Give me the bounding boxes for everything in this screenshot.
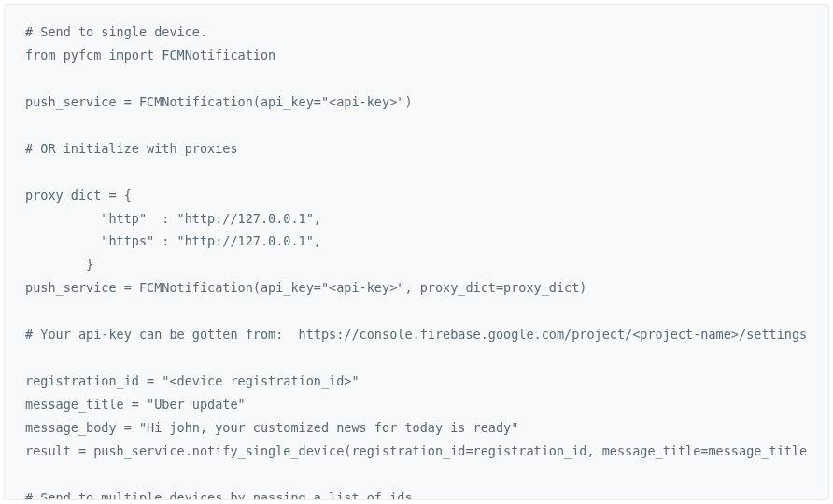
code-block: # Send to single device. from pyfcm impo… <box>4 4 829 500</box>
code-content: # Send to single device. from pyfcm impo… <box>25 24 814 500</box>
